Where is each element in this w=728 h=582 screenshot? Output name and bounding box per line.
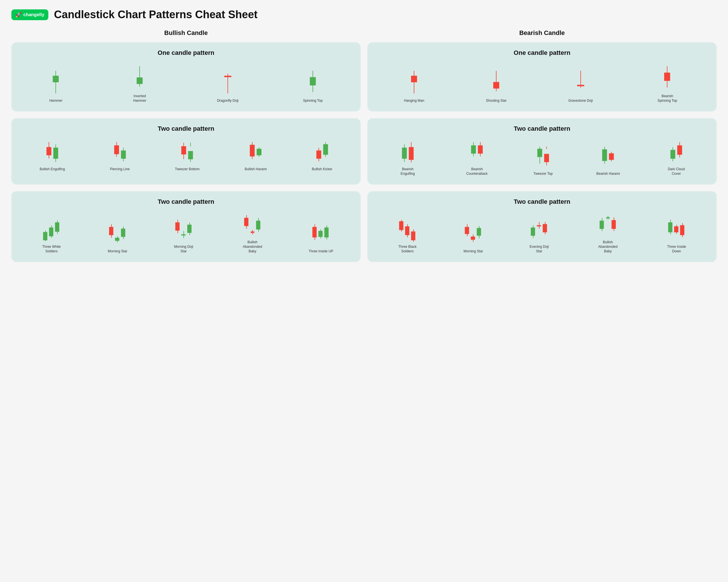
svg-rect-4 (137, 78, 142, 84)
box-three-candle-bullish: Two candle pattern (11, 191, 361, 262)
svg-rect-7 (224, 76, 231, 77)
pattern-three-inside-down: Three Inside Down (664, 217, 689, 253)
svg-rect-46 (257, 149, 261, 155)
svg-rect-52 (323, 144, 328, 155)
svg-rect-16 (493, 82, 499, 88)
box-one-candle-bearish: One candle pattern Hanging Man (367, 43, 717, 111)
gravestone-doji-label: Gravestone Doji (568, 99, 593, 103)
shooting-star-svg (491, 68, 501, 96)
pattern-bearish-engulfing: Bearish Engulfing (395, 139, 421, 176)
svg-rect-100 (121, 229, 125, 237)
svg-rect-94 (109, 227, 113, 235)
pattern-bullish-harami: Bullish Harami (244, 139, 266, 172)
svg-rect-73 (602, 149, 607, 161)
box-title-one-candle-bullish: One candle pattern (17, 49, 355, 57)
svg-rect-1 (53, 76, 58, 82)
svg-rect-64 (478, 145, 483, 154)
svg-rect-55 (402, 148, 407, 159)
svg-rect-70 (544, 154, 549, 162)
bearish-counterattack-svg (469, 139, 485, 165)
bullish-abandonded-baby-bear-label: Bullish Abandonded Baby (595, 240, 621, 253)
svg-rect-118 (256, 221, 260, 229)
candles-two-bullish: Bullish Engulfing Piercing Line (17, 139, 355, 172)
svg-rect-76 (609, 154, 614, 160)
pattern-three-white-soldiers: Three White Soldiers (39, 217, 64, 253)
pattern-bearish-harami: Bearish Harami (596, 144, 620, 176)
svg-rect-157 (600, 221, 604, 229)
three-white-soldiers-label: Three White Soldiers (39, 245, 64, 253)
candles-one-bullish: Hammer Inverted Hammer (17, 63, 355, 103)
svg-rect-79 (671, 150, 675, 159)
svg-rect-91 (55, 223, 59, 231)
candles-two-bearish: Bearish Engulfing Bearish Counterattack (373, 139, 711, 176)
bullish-abandonded-baby-bear-svg (598, 212, 618, 238)
pattern-bullish-abandonded-baby-bear: Bullish Abandonded Baby (595, 212, 621, 253)
svg-rect-166 (668, 223, 672, 232)
bullish-kicker-svg (314, 139, 330, 165)
evening-doji-star-label: Evening Doji Star (526, 245, 552, 253)
pattern-hammer: Hammer (49, 68, 62, 103)
bearish-spinning-top-label: Bearish Spinning Top (654, 94, 680, 103)
bullish-harami-svg (248, 139, 264, 165)
header: 🚀 changelly Candlestick Chart Patterns C… (11, 8, 717, 21)
svg-rect-10 (310, 77, 316, 85)
svg-rect-163 (612, 220, 616, 229)
bullish-kicker-label: Bullish Kicker (312, 167, 333, 172)
svg-rect-172 (680, 225, 684, 235)
pattern-three-inside-up: Three Inside UP (309, 221, 333, 254)
svg-rect-43 (250, 145, 255, 156)
candles-one-bearish: Hanging Man Shooting Star (373, 63, 711, 103)
svg-rect-58 (409, 147, 414, 160)
bearish-col-header: Bearish Candle (367, 26, 717, 39)
morning-doji-star-svg (174, 217, 194, 242)
box-one-candle-bullish: One candle pattern Hammer (11, 43, 361, 111)
gravestone-doji-svg (576, 68, 586, 96)
svg-rect-151 (537, 225, 541, 226)
morning-star-bull-label: Morning Star (108, 249, 127, 254)
bullish-engulfing-svg (44, 139, 60, 165)
row-one-candle: One candle pattern Hammer (11, 43, 717, 111)
svg-rect-67 (538, 149, 542, 157)
tweezer-top-label: Tweezer Top (534, 172, 553, 176)
pattern-bullish-abandonded-baby: Bullish Abandonded Baby (240, 212, 265, 253)
pattern-evening-doji-star: Evening Doji Star (526, 217, 552, 253)
box-two-candle-bullish: Two candle pattern Bullish E (11, 118, 361, 185)
pattern-bullish-kicker: Bullish Kicker (312, 139, 333, 172)
svg-rect-136 (411, 231, 415, 240)
shooting-star-label: Shooting Star (486, 99, 507, 103)
pattern-inverted-hammer: Inverted Hammer (127, 63, 152, 103)
svg-rect-127 (324, 228, 329, 237)
tweezer-top-svg (535, 144, 551, 169)
svg-rect-19 (577, 85, 584, 86)
bearish-counterattack-label: Bearish Counterattack (464, 167, 490, 176)
box-title-one-candle-bearish: One candle pattern (373, 49, 711, 57)
pattern-bearish-counterattack: Bearish Counterattack (464, 139, 490, 176)
svg-rect-109 (187, 225, 191, 233)
pattern-dark-cloud-cover: Dark Cloud Cover (664, 139, 689, 176)
three-inside-down-svg (667, 217, 686, 242)
pattern-morning-star-bear: Morning Star (463, 221, 483, 254)
logo: 🚀 changelly (11, 9, 48, 20)
box-title-three-candle-bearish: Two candle pattern (373, 198, 711, 205)
box-title-three-candle-bullish: Two candle pattern (17, 198, 355, 205)
svg-rect-121 (313, 227, 316, 237)
bullish-abandonded-baby-label: Bullish Abandonded Baby (240, 240, 265, 253)
bearish-engulfing-label: Bearish Engulfing (395, 167, 421, 176)
pattern-dragonfly-doji: Dragonfly Doji (217, 68, 238, 103)
svg-rect-112 (244, 218, 248, 226)
tweezer-bottom-label: Tweezer Bottom (175, 167, 200, 172)
pattern-hanging-man: Hanging Man (404, 68, 424, 103)
bearish-harami-svg (600, 144, 616, 169)
svg-rect-13 (411, 76, 417, 82)
bearish-spinning-top-svg (662, 63, 672, 92)
svg-rect-145 (477, 228, 481, 235)
three-black-soldiers-label: Three Black Soldiers (395, 245, 420, 253)
pattern-morning-star-bull: Morning Star (107, 221, 127, 254)
svg-rect-85 (43, 232, 47, 240)
three-white-soldiers-svg (42, 217, 61, 242)
evening-doji-star-svg (529, 217, 549, 242)
dark-cloud-cover-label: Dark Cloud Cover (664, 167, 689, 176)
three-inside-up-svg (311, 221, 331, 247)
svg-rect-139 (465, 227, 469, 234)
morning-star-bear-svg (463, 221, 483, 247)
